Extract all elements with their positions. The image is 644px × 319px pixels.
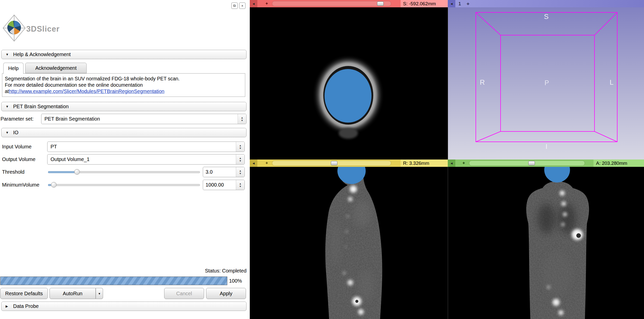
data-probe-title: Data Probe — [13, 303, 39, 309]
yellow-slice-view[interactable] — [250, 167, 448, 319]
pin-glyph: ✦ — [462, 161, 465, 166]
green-pin-icon[interactable]: ✦ — [462, 161, 465, 166]
red-slider-handle[interactable] — [377, 2, 384, 6]
apply-button[interactable]: Apply — [206, 288, 246, 299]
collapse-arrow-icon: ◂ — [253, 161, 255, 166]
pin-glyph: ✦ — [265, 1, 268, 6]
collapse-open-icon: ▼ — [6, 53, 11, 56]
help-section-header[interactable]: ▼ Help & Acknowledgement — [1, 50, 246, 59]
autorun-button[interactable]: AutoRun — [49, 288, 96, 299]
down-arrow-icon: ▾ — [239, 147, 241, 150]
yellow-slider-handle[interactable] — [331, 161, 337, 165]
help-section-title: Help & Acknowledgement — [13, 52, 71, 57]
orientation-label-left: L — [610, 79, 613, 86]
slider-groove — [48, 184, 200, 186]
orientation-label-right: R — [480, 79, 485, 86]
threshold-slider-knob[interactable] — [74, 169, 80, 175]
tab-help-label: Help — [8, 65, 18, 71]
green-collapse-button[interactable]: ◂ — [448, 159, 455, 167]
module-panel: ⧉ × 3DSlicer ▼ Help & Acknowledgement He… — [0, 0, 250, 319]
down-arrow-icon: ▾ — [239, 172, 241, 175]
red-slice-view[interactable] — [250, 7, 448, 159]
tab-acknowledgement-label: Acknowledgement — [35, 65, 77, 71]
help-line-2: For more detailed documentation see the … — [5, 82, 242, 88]
progress-percent-label: 100% — [229, 278, 242, 284]
spin-arrows-icon[interactable]: ▴▾ — [236, 180, 244, 190]
sagittal-pet-image — [250, 167, 448, 319]
coronal-pet-image — [448, 167, 644, 319]
collapse-open-icon: ▼ — [6, 131, 11, 134]
input-volume-combo[interactable]: PT ▴▾ — [47, 142, 245, 152]
yellow-slice-offset-slider[interactable] — [272, 161, 391, 166]
output-volume-combo[interactable]: Output Volume_1 ▴▾ — [47, 154, 245, 165]
axial-brain-slice-image — [250, 7, 448, 159]
close-button[interactable]: × — [239, 3, 245, 9]
output-volume-label: Output Volume — [2, 156, 35, 162]
spin-arrows-icon[interactable]: ▴▾ — [236, 167, 244, 177]
input-volume-value: PT — [47, 144, 236, 150]
cancel-button[interactable]: Cancel — [164, 288, 204, 299]
slider-fill — [48, 171, 75, 173]
green-slice-controller: ◂ ✦ A: 203.280mm — [448, 159, 644, 167]
dropdown-icon: ▾ — [98, 292, 100, 295]
tab-help[interactable]: Help — [3, 63, 23, 74]
module-section-title: PET Brain Segmentation — [13, 104, 69, 109]
cancel-label: Cancel — [176, 291, 192, 297]
combo-arrows-icon[interactable]: ▴▾ — [236, 154, 244, 164]
help-line-3-prefix: at — [5, 88, 9, 94]
close-icon: × — [241, 4, 243, 8]
threeD-view[interactable]: S R P L I — [448, 7, 644, 159]
float-icon: ⧉ — [233, 4, 236, 8]
combo-arrows-icon[interactable]: ▴▾ — [238, 114, 246, 124]
app-title: 3DSlicer — [26, 25, 60, 34]
view-number-label: 1 — [458, 1, 461, 7]
combo-arrows-icon[interactable]: ▴▾ — [236, 142, 244, 152]
parameter-set-label: Parameter set: — [1, 116, 34, 122]
red-pin-icon[interactable]: ✦ — [265, 1, 268, 6]
green-slice-offset-slider[interactable] — [469, 161, 585, 166]
documentation-link[interactable]: http://www.example.com/Slicer/Modules/PE… — [9, 88, 164, 94]
status-text: Status: Completed — [205, 268, 246, 274]
red-collapse-button[interactable]: ◂ — [250, 0, 257, 7]
parameter-set-combo[interactable]: PET Brain Segmentation ▴▾ — [41, 114, 246, 124]
orientation-label-inferior: I — [546, 143, 548, 151]
minimum-volume-value: 1000.00 — [203, 182, 236, 188]
io-section-header[interactable]: ▼ IO — [1, 128, 246, 137]
red-offset-label: S: -592.062mm — [401, 0, 448, 7]
green-slice-view[interactable] — [448, 167, 644, 319]
minimum-volume-slider-knob[interactable] — [51, 182, 57, 188]
tab-acknowledgement[interactable]: Acknowledgement — [25, 63, 87, 73]
threshold-spinbox[interactable]: 3.0 ▴▾ — [203, 167, 245, 177]
yellow-pin-icon[interactable]: ✦ — [265, 161, 268, 166]
module-section-header[interactable]: ▼ PET Brain Segmentation — [1, 102, 246, 111]
yellow-offset-label: R: 3.326mm — [401, 159, 448, 167]
minimum-volume-slider[interactable] — [48, 180, 200, 190]
parameter-set-value: PET Brain Segmentation — [41, 116, 238, 122]
input-volume-label: Input Volume — [2, 144, 32, 150]
help-text: Segmentation of the brain in an SUV norm… — [2, 73, 245, 97]
down-arrow-icon: ▾ — [239, 185, 241, 188]
threshold-slider[interactable] — [48, 167, 200, 177]
threeD-collapse-button[interactable]: ◂ — [448, 0, 455, 7]
float-button[interactable]: ⧉ — [231, 3, 238, 9]
yellow-collapse-button[interactable]: ◂ — [250, 159, 257, 167]
collapse-arrow-icon: ◂ — [451, 1, 453, 6]
crosshair-icon[interactable]: ⌖ — [467, 1, 470, 7]
green-slider-handle[interactable] — [528, 161, 535, 165]
data-probe-header[interactable]: ▶ Data Probe — [1, 302, 246, 311]
minimum-volume-spinbox[interactable]: 1000.00 ▴▾ — [203, 180, 245, 190]
red-slice-controller: ◂ ✦ S: -592.062mm — [250, 0, 448, 7]
output-volume-value: Output Volume_1 — [47, 156, 236, 162]
restore-defaults-button[interactable]: Restore Defaults — [0, 288, 48, 299]
green-offset-label: A: 203.280mm — [593, 159, 644, 167]
help-line-1: Segmentation of the brain in an SUV norm… — [5, 76, 242, 82]
crosshair-glyph: ⌖ — [467, 1, 470, 7]
autorun-dropdown-button[interactable]: ▾ — [96, 288, 103, 299]
orientation-label-posterior: P — [544, 79, 549, 87]
red-slice-offset-slider[interactable] — [272, 1, 391, 6]
collapse-closed-icon: ▶ — [6, 304, 11, 308]
down-arrow-icon: ▾ — [241, 119, 243, 122]
yellow-slice-controller: ◂ ✦ R: 3.326mm — [250, 159, 448, 167]
restore-defaults-label: Restore Defaults — [5, 291, 43, 297]
orientation-label-superior: S — [544, 13, 549, 21]
